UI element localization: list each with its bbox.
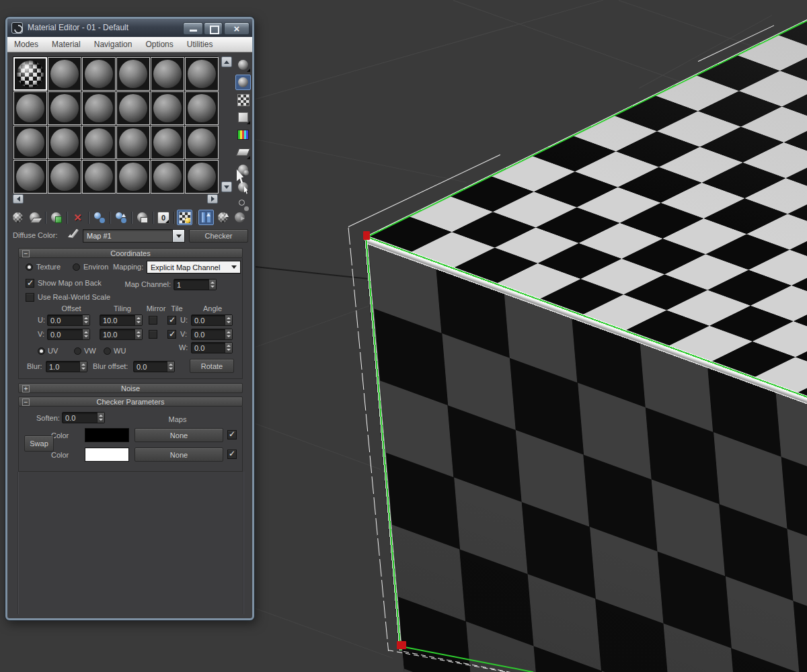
- material-sample-slot[interactable]: [151, 126, 184, 159]
- material-sample-slot[interactable]: [116, 160, 150, 194]
- make-unique-icon[interactable]: [113, 210, 128, 225]
- blur-field[interactable]: 1.0: [46, 361, 87, 372]
- material-sample-slot[interactable]: [151, 57, 184, 91]
- material-sample-slot[interactable]: [116, 57, 150, 91]
- tiling-v-field[interactable]: 10.0: [100, 329, 143, 340]
- color2-swatch[interactable]: [85, 448, 129, 462]
- titlebar[interactable]: Material Editor - 01 - Default: [7, 19, 252, 37]
- spinner[interactable]: [167, 362, 174, 372]
- menu-item-material[interactable]: Material: [45, 37, 87, 52]
- material-sample-slot[interactable]: [185, 160, 219, 194]
- material-sample-slot[interactable]: [116, 126, 150, 159]
- menu-item-navigation[interactable]: Navigation: [87, 37, 139, 52]
- reset-map-icon[interactable]: ✕: [70, 210, 85, 225]
- menu-item-utilities[interactable]: Utilities: [180, 37, 220, 52]
- put-material-to-scene-icon[interactable]: [27, 210, 42, 225]
- spinner[interactable]: [97, 413, 104, 423]
- spinner[interactable]: [225, 329, 232, 339]
- material-sample-slot[interactable]: [185, 57, 219, 91]
- angle-w-field[interactable]: 0.0: [191, 342, 233, 353]
- go-to-parent-icon[interactable]: [215, 210, 231, 225]
- tile-v-checkbox[interactable]: [167, 330, 176, 339]
- material-sample-slot[interactable]: [185, 91, 219, 125]
- angle-v-field[interactable]: 0.0: [191, 329, 233, 340]
- material-sample-slot[interactable]: [13, 57, 47, 91]
- material-sample-slot[interactable]: [82, 126, 116, 159]
- assign-material-to-selection-icon[interactable]: [48, 210, 64, 225]
- spinner[interactable]: [225, 343, 232, 353]
- spinner[interactable]: [82, 315, 89, 325]
- menu-item-options[interactable]: Options: [139, 37, 180, 52]
- material-sample-slot[interactable]: [185, 126, 219, 159]
- spinner[interactable]: [225, 315, 232, 325]
- make-material-copy-icon[interactable]: [91, 210, 107, 225]
- palette-scroll-left-button[interactable]: [13, 194, 24, 204]
- material-sample-slot[interactable]: [82, 160, 116, 194]
- select-by-material-icon[interactable]: [235, 179, 251, 195]
- go-forward-to-sibling-icon[interactable]: [232, 210, 247, 225]
- offset-v-field[interactable]: 0.0: [47, 329, 90, 340]
- menu-item-modes[interactable]: Modes: [7, 37, 45, 52]
- material-sample-slot[interactable]: [13, 91, 47, 125]
- color1-map-enable-checkbox[interactable]: [227, 430, 237, 439]
- blur-offset-field[interactable]: 0.0: [133, 361, 175, 372]
- get-material-icon[interactable]: [10, 210, 26, 225]
- dropdown-arrow-icon[interactable]: [172, 230, 184, 242]
- material-sample-slot[interactable]: [116, 91, 150, 125]
- material-sample-slot[interactable]: [13, 160, 47, 194]
- material-sample-slot[interactable]: [151, 91, 184, 125]
- close-button[interactable]: [224, 22, 249, 35]
- palette-scroll-right-button[interactable]: [207, 194, 218, 204]
- selected-vertex-top[interactable]: [363, 231, 370, 240]
- material-sample-slot[interactable]: [48, 160, 81, 194]
- material-sample-slot[interactable]: [82, 57, 116, 91]
- wu-radio[interactable]: [104, 347, 111, 355]
- spinner[interactable]: [134, 329, 142, 339]
- material-sample-slot[interactable]: [48, 57, 81, 91]
- spinner[interactable]: [82, 329, 89, 339]
- vw-radio[interactable]: [74, 347, 81, 355]
- soften-field[interactable]: 0.0: [62, 412, 105, 423]
- coordinates-rollout-header[interactable]: − Coordinates: [18, 248, 243, 258]
- color1-map-button[interactable]: None: [134, 428, 223, 442]
- show-map-on-back-checkbox[interactable]: [26, 279, 34, 288]
- color2-map-enable-checkbox[interactable]: [227, 450, 237, 459]
- mirror-v-checkbox[interactable]: [149, 330, 157, 339]
- backlight-icon[interactable]: [235, 75, 251, 90]
- spinner[interactable]: [208, 280, 216, 290]
- map-name-dropdown[interactable]: Map #1: [83, 229, 185, 243]
- noise-rollout-header[interactable]: + Noise: [18, 383, 243, 393]
- tile-u-checkbox[interactable]: [167, 316, 176, 325]
- material-sample-slot[interactable]: [48, 91, 81, 125]
- show-end-result-icon[interactable]: [198, 210, 214, 225]
- material-sample-slot[interactable]: [82, 91, 116, 125]
- selected-vertex-bottom[interactable]: [397, 641, 406, 649]
- mapping-dropdown[interactable]: Explicit Map Channel: [147, 261, 241, 274]
- color1-swatch[interactable]: [85, 428, 129, 442]
- minimize-button[interactable]: [183, 22, 203, 35]
- material-sample-slot[interactable]: [13, 126, 47, 159]
- environ-radio[interactable]: [73, 263, 80, 271]
- color2-map-button[interactable]: None: [134, 448, 223, 462]
- uv-radio[interactable]: [38, 347, 45, 355]
- eyedropper-icon[interactable]: [68, 227, 81, 241]
- material-sample-slot[interactable]: [48, 126, 81, 159]
- sample-uv-tiling-icon[interactable]: [235, 110, 251, 125]
- checker-parameters-rollout-header[interactable]: − Checker Parameters: [18, 396, 243, 407]
- material-id-channel-icon[interactable]: 0: [157, 212, 169, 224]
- spinner[interactable]: [134, 315, 142, 325]
- video-color-check-icon[interactable]: [235, 127, 251, 142]
- map-type-button[interactable]: Checker: [189, 229, 248, 243]
- use-real-world-scale-checkbox[interactable]: [26, 293, 34, 302]
- make-preview-icon[interactable]: [235, 144, 251, 160]
- tiling-u-field[interactable]: 10.0: [100, 314, 143, 326]
- maximize-button[interactable]: [204, 22, 223, 35]
- spinner[interactable]: [79, 362, 87, 372]
- swap-button[interactable]: Swap: [24, 435, 54, 452]
- material-sample-slot[interactable]: [151, 160, 184, 194]
- offset-u-field[interactable]: 0.0: [47, 314, 90, 326]
- palette-scroll-down-button[interactable]: [221, 181, 232, 192]
- angle-u-field[interactable]: 0.0: [191, 314, 233, 326]
- show-shaded-material-in-viewport-icon[interactable]: [177, 210, 192, 225]
- put-to-library-icon[interactable]: [134, 210, 150, 225]
